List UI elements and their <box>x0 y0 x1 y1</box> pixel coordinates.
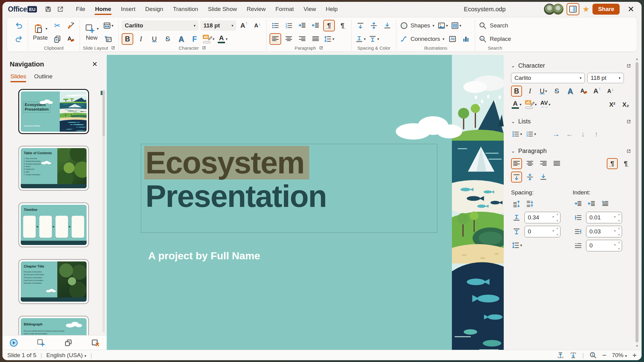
reset-layout-button[interactable] <box>102 33 114 45</box>
sidebar-rtl-button[interactable]: ¶← <box>620 158 631 169</box>
sidebar-shrink-font-button[interactable]: A↓ <box>605 86 616 97</box>
sidebar-bold-button[interactable]: B <box>511 86 522 97</box>
fill-color-caret-icon[interactable]: ▾ <box>377 37 379 41</box>
menu-insert[interactable]: Insert <box>117 4 139 14</box>
spacing-above-spinner[interactable]: ▲▼ <box>556 213 559 222</box>
numbered-list-button[interactable] <box>283 20 295 31</box>
sidebar-align-top-button[interactable] <box>511 172 522 183</box>
shadow-button[interactable]: A <box>175 33 187 45</box>
undo-button[interactable] <box>13 20 25 31</box>
sidebar-align-center-button[interactable] <box>524 158 535 169</box>
font-color-button[interactable]: A ▾ <box>217 33 228 45</box>
strikethrough-button[interactable]: S <box>162 33 174 45</box>
table-caret-icon[interactable]: ▾ <box>460 23 461 28</box>
promote-button[interactable]: ← <box>564 129 575 140</box>
increase-spacing-button[interactable] <box>511 198 522 209</box>
clear-formatting-button[interactable] <box>65 33 77 45</box>
zoom-in-button[interactable]: + <box>632 351 637 360</box>
fill-color-button[interactable]: ▾ <box>368 33 380 45</box>
bullet-list-caret-icon[interactable]: ▾ <box>520 132 522 136</box>
font-name-select[interactable]: Carlito ▾ <box>122 20 199 31</box>
underline-button[interactable]: U <box>148 33 160 45</box>
font-color-caret-icon[interactable]: ▾ <box>520 102 521 107</box>
save-button[interactable] <box>43 4 53 14</box>
font-color-caret-icon[interactable]: ▾ <box>226 37 227 41</box>
superscript-button[interactable]: X² <box>607 99 618 110</box>
decrease-spacing-button[interactable] <box>524 198 535 209</box>
first-line-indent-spinner[interactable]: ▲▼ <box>617 241 621 250</box>
increase-indent-button[interactable] <box>296 20 308 31</box>
sidebar-grow-font-button[interactable]: A↑ <box>592 86 603 97</box>
share-button[interactable]: Share <box>592 4 620 15</box>
open-in-new-window-button[interactable] <box>55 4 66 14</box>
shrink-font-button[interactable]: A↓ <box>252 20 263 31</box>
outline-font-button[interactable]: F <box>189 33 200 45</box>
slide-layout-caret-icon[interactable]: ▾ <box>112 23 113 28</box>
sidebar-increase-indent-button[interactable] <box>573 198 584 209</box>
cut-button[interactable]: ✂ <box>52 20 63 31</box>
sidebar-center-vertically-button[interactable] <box>524 172 535 183</box>
connectors-button[interactable]: Connectors ▾ <box>399 33 445 45</box>
right-to-left-button[interactable]: ¶← <box>337 20 348 31</box>
kerning-caret-icon[interactable]: ▾ <box>549 102 550 107</box>
sidebar-bullet-list-button[interactable]: ▾ <box>511 129 523 140</box>
image-caret-icon[interactable]: ▾ <box>446 23 448 28</box>
underline-caret-icon[interactable]: ▾ <box>545 89 547 93</box>
paragraph-section-header[interactable]: ⌄ Paragraph <box>511 147 631 154</box>
lists-section-header[interactable]: ⌄ Lists <box>511 118 631 125</box>
font-size-select[interactable]: 118 pt ▾ <box>200 20 236 31</box>
align-left-button[interactable] <box>270 33 281 45</box>
slide-layout-expand-icon[interactable] <box>111 46 115 50</box>
sidebar-ltr-button[interactable]: ¶→ <box>607 158 618 169</box>
sidebar-scrollbar[interactable]: ▲ ▼ <box>635 57 639 348</box>
center-vertically-button[interactable] <box>368 20 380 31</box>
slide-layout-button[interactable]: ▾ <box>102 20 114 31</box>
spacing-above-input[interactable]: 0.34 " ▲▼ <box>524 212 560 223</box>
zoom-out-button[interactable]: − <box>602 351 606 360</box>
subscript-button[interactable]: X₂ <box>620 99 631 110</box>
numbered-list-caret-icon[interactable]: ▾ <box>534 132 536 136</box>
paste-button[interactable]: ▾ Paste <box>31 23 50 41</box>
search-button[interactable]: Search <box>478 20 512 31</box>
indent-before-input[interactable]: 0.01 " ▲▼ <box>586 212 622 223</box>
clone-formatting-button[interactable] <box>65 20 77 31</box>
lists-collapse-icon[interactable]: ⌄ <box>511 119 515 124</box>
slide-title-line1-selected[interactable]: Ecosystem <box>144 146 309 179</box>
menu-view[interactable]: View <box>300 4 320 14</box>
paragraph-collapse-icon[interactable]: ⌄ <box>511 148 515 154</box>
slide-thumbnail-4[interactable]: Chapter Title First point of information… <box>18 259 89 304</box>
paragraph-spacing-caret-icon[interactable]: ▾ <box>364 37 366 41</box>
align-top-button[interactable] <box>355 20 366 31</box>
sidebar-font-color-button[interactable]: A ▾ <box>511 99 522 110</box>
lists-dialog-icon[interactable] <box>626 119 631 124</box>
paragraph-dialog-icon[interactable] <box>626 149 631 154</box>
character-dialog-icon[interactable] <box>626 63 631 68</box>
shapes-button[interactable]: Shapes ▾ <box>399 20 435 31</box>
slide-thumbnail-5[interactable]: Bibliograph Here you could list down the… <box>18 316 89 335</box>
insert-textbox-button[interactable] <box>447 33 458 45</box>
decrease-indent-button[interactable] <box>310 20 321 31</box>
sidebar-align-right-button[interactable] <box>538 158 549 169</box>
sidebar-kerning-button[interactable]: AV←→ ▾ <box>540 99 551 110</box>
navigation-close-icon[interactable]: ✕ <box>90 60 99 69</box>
align-center-button[interactable] <box>283 33 295 45</box>
tab-outline[interactable]: Outline <box>34 73 52 82</box>
language-selector[interactable]: English (USA) ▾ <box>46 352 86 359</box>
redo-button[interactable] <box>13 33 25 45</box>
slide-canvas[interactable]: Ecosystem Presentation A project by Full… <box>107 55 504 350</box>
paragraph-expand-icon[interactable] <box>319 46 323 50</box>
first-line-indent-input[interactable]: 0 " ▲▼ <box>586 240 622 251</box>
sidebar-decrease-indent-button[interactable] <box>586 198 597 209</box>
menu-home[interactable]: Home <box>91 4 115 14</box>
menu-design[interactable]: Design <box>141 4 167 14</box>
sidebar-italic-button[interactable]: I <box>524 86 535 97</box>
new-slide-caret-icon[interactable]: ▾ <box>97 27 99 31</box>
add-slide-button[interactable] <box>35 337 47 349</box>
indent-after-input[interactable]: 0.03 " ▲▼ <box>586 226 622 237</box>
line-spacing-caret-icon[interactable]: ▾ <box>520 243 522 247</box>
demote-button[interactable]: → <box>551 129 562 140</box>
sidebar-strikethrough-button[interactable]: S <box>551 86 562 97</box>
start-slideshow-button[interactable] <box>8 337 20 349</box>
sidebar-font-size-select[interactable]: 118 pt ▾ <box>587 73 624 83</box>
slide-subtitle[interactable]: A project by Full Name <box>148 250 260 262</box>
